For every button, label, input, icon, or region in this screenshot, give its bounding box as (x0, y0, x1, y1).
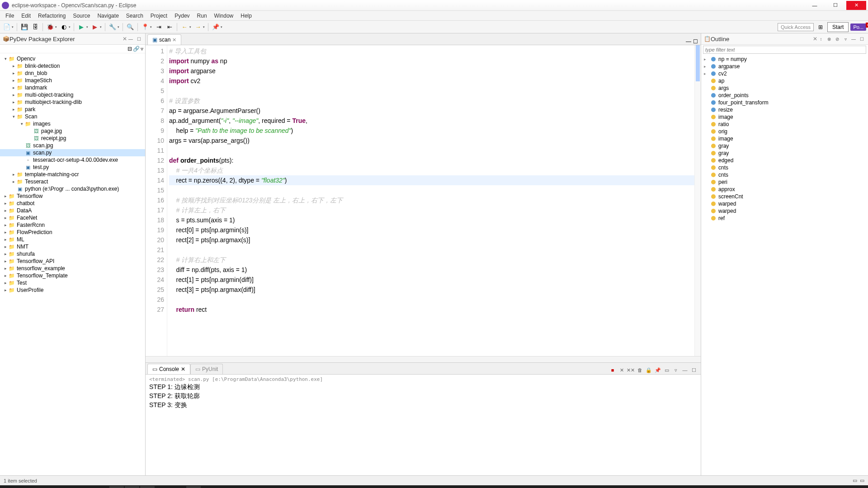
minimize-view-button[interactable]: — (127, 35, 134, 42)
tree-item-test[interactable]: ▸📁Test (0, 279, 145, 286)
search-button-taskbar[interactable]: 🔍 (17, 486, 32, 488)
eclipse-taskbar-icon[interactable]: ● (186, 486, 201, 488)
outline-item-np-numpy[interactable]: ▸np = numpy (701, 56, 868, 63)
pyunit-tab[interactable]: ▭ PyUnit (190, 364, 223, 374)
menu-file[interactable]: File (2, 12, 18, 20)
tree-item-multi-object-tracking[interactable]: ▸📁multi-object-tracking (0, 91, 145, 99)
explorer-icon[interactable]: 📁 (63, 486, 78, 488)
minimize-button[interactable]: — (805, 1, 825, 10)
outline-item-ratio[interactable]: ratio (701, 121, 868, 128)
outline-item-warped[interactable]: warped (701, 207, 868, 215)
tree-item-images[interactable]: ▾📁images (0, 120, 145, 127)
tree-item-scan-py[interactable]: ▣scan.py (0, 149, 145, 156)
maximize-outline-button[interactable]: ☐ (858, 35, 865, 42)
outline-item-gray[interactable]: gray (701, 150, 868, 157)
menu-source[interactable]: Source (69, 12, 94, 20)
outline-item-screencnt[interactable]: screenCnt (701, 193, 868, 200)
outline-item-cnts[interactable]: cnts (701, 171, 868, 178)
collapse-all-button[interactable]: ⊟ (127, 46, 132, 52)
tree-item-tesseract[interactable]: ▸📁Tesseract (0, 178, 145, 185)
outline-item-edged[interactable]: edged (701, 157, 868, 164)
prev-annotation-button[interactable]: ⇤ (165, 22, 175, 32)
link-editor-button[interactable]: 🔗 (133, 46, 140, 52)
start-button[interactable]: Start (827, 22, 849, 32)
tree-item-dataa[interactable]: ▸📁DataA (0, 207, 145, 214)
menu-refactoring[interactable]: Refactoring (34, 12, 69, 20)
view-menu-button[interactable]: ▿ (141, 46, 143, 52)
app-icon-2[interactable]: ▣ (156, 486, 170, 488)
tree-item-multiobject-tracking-dlib[interactable]: ▸📁multiobject-tracking-dlib (0, 99, 145, 106)
package-explorer-tree[interactable]: ▾📁Opencv▸📁blink-detection▸📁dnn_blob▸📁Ima… (0, 53, 145, 475)
open-perspective-button[interactable]: ⊞ (816, 22, 826, 32)
tree-item-ml[interactable]: ▸📁ML (0, 236, 145, 243)
external-tools-button[interactable]: 🔧 (108, 22, 118, 32)
save-all-button[interactable]: 🗄 (30, 22, 40, 32)
console-tab[interactable]: ▭ Console ✕ (147, 364, 190, 374)
outline-item-gray[interactable]: gray (701, 142, 868, 150)
pin-console-button[interactable]: 📌 (654, 366, 662, 374)
tree-item-fasterrcnn[interactable]: ▸📁FasterRcnn (0, 221, 145, 229)
tree-item-flowprediction[interactable]: ▸📁FlowPrediction (0, 229, 145, 236)
menu-run[interactable]: Run (193, 12, 211, 20)
outline-item-image[interactable]: image (701, 113, 868, 121)
outline-item-image[interactable]: image (701, 135, 868, 142)
menu-edit[interactable]: Edit (18, 12, 34, 20)
menu-window[interactable]: Window (211, 12, 237, 20)
outline-menu-button[interactable]: ▿ (842, 35, 849, 42)
tree-item-tensorflow-template[interactable]: ▸📁Tensorflow_Template (0, 272, 145, 279)
tree-item-tesseract-ocr-setup-4-00-00dev-exe[interactable]: ▫tesseract-ocr-setup-4.00.00dev.exe (0, 156, 145, 164)
outline-item-ref[interactable]: ref (701, 215, 868, 222)
tree-item-dnn-blob[interactable]: ▸📁dnn_blob (0, 70, 145, 77)
hide-static-button[interactable]: ⊘ (834, 35, 841, 42)
open-console-button[interactable]: ▿ (672, 366, 680, 374)
tree-item-page-jpg[interactable]: 🖼page.jpg (0, 127, 145, 135)
coverage-button[interactable]: ◐ (59, 22, 69, 32)
outline-item-argparse[interactable]: ▸argparse (701, 63, 868, 70)
maximize-console-button[interactable]: ☐ (690, 366, 698, 374)
outline-item-approx[interactable]: approx (701, 186, 868, 193)
start-menu-button[interactable]: ⊞ (2, 486, 16, 488)
tree-item-scan-jpg[interactable]: 🖼scan.jpg (0, 142, 145, 149)
hide-fields-button[interactable]: ⊗ (826, 35, 833, 42)
tree-item-chatbot[interactable]: ▸📁chatbot (0, 200, 145, 207)
outline-item-warped[interactable]: warped (701, 200, 868, 207)
new-button[interactable]: 📄 (2, 22, 12, 32)
menu-pydev[interactable]: Pydev (171, 12, 193, 20)
display-selected-button[interactable]: ▭ (663, 366, 671, 374)
tree-item-landmark[interactable]: ▸📁landmark (0, 84, 145, 91)
search-button[interactable]: 🔍 (125, 22, 135, 32)
console-output[interactable]: <terminated> scan.py [e:\ProgramData\Ana… (146, 375, 701, 475)
close-view-icon[interactable]: ✕ (123, 36, 127, 42)
quick-access[interactable]: Quick Access (778, 23, 814, 31)
outline-filter-input[interactable] (703, 46, 866, 54)
tree-item-test-py[interactable]: ▣test.py (0, 164, 145, 171)
chrome-icon[interactable]: ◉ (109, 486, 124, 488)
minimize-editor-button[interactable]: — (686, 38, 691, 45)
tree-item-nmt[interactable]: ▸📁NMT (0, 243, 145, 250)
outline-item-order-points[interactable]: order_points (701, 92, 868, 99)
minimize-outline-button[interactable]: — (850, 35, 857, 42)
scroll-lock-button[interactable]: 🔒 (645, 366, 653, 374)
maximize-button[interactable]: ☐ (826, 1, 845, 10)
outline-list[interactable]: ▸np = numpy▸argparse▸cv2apargsorder_poin… (701, 55, 868, 475)
menu-help[interactable]: Help (237, 12, 255, 20)
tree-item-facenet[interactable]: ▸📁FaceNet (0, 214, 145, 221)
edge-icon[interactable]: e (48, 486, 62, 488)
maximize-view-button[interactable]: ☐ (135, 35, 142, 42)
tree-item-opencv[interactable]: ▾📁Opencv (0, 55, 145, 62)
sort-button[interactable]: ↕ (817, 35, 825, 42)
store-icon[interactable]: 🛍 (94, 486, 108, 488)
pin-editor-button[interactable]: 📌 (211, 22, 221, 32)
overview-ruler[interactable] (694, 45, 701, 356)
menu-search[interactable]: Search (123, 12, 147, 20)
save-button[interactable]: 💾 (19, 22, 29, 32)
app-icon-3[interactable]: ▣ (171, 486, 185, 488)
tree-item-park[interactable]: ▸📁park (0, 106, 145, 113)
outline-item-four-point-transform[interactable]: four_point_transform (701, 99, 868, 106)
mail-icon[interactable]: ✉ (79, 486, 93, 488)
tree-item-tensorflow-api[interactable]: ▸📁Tensorflow_API (0, 258, 145, 265)
terminate-button[interactable]: ■ (609, 366, 617, 374)
outline-item-peri[interactable]: peri (701, 178, 868, 186)
outline-item-cv2[interactable]: ▸cv2 (701, 70, 868, 77)
tree-item-python-e-progr-conda3-python-exe-[interactable]: ▣python (e:\Progr ... conda3\python.exe) (0, 185, 145, 192)
